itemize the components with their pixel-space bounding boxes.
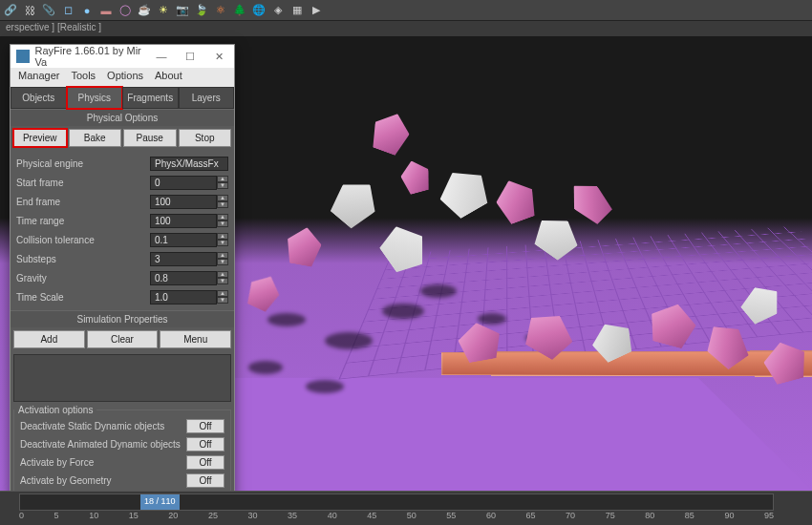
activation-options-group: Activation options Deactivate Static Dyn… [13, 405, 231, 494]
spinner[interactable]: ▲▼ [217, 195, 228, 208]
tab-physics[interactable]: Physics [67, 87, 123, 109]
bake-button[interactable]: Bake [69, 129, 122, 147]
param-input[interactable] [150, 176, 217, 190]
sim-action-row: Preview Bake Pause Stop [11, 126, 234, 150]
tool-teapot-icon[interactable]: ☕ [136, 2, 153, 19]
clear-button[interactable]: Clear [87, 330, 159, 348]
physical-options-header: Physical Options [11, 109, 234, 126]
menu-options[interactable]: Options [107, 70, 143, 85]
timeline-track[interactable]: 18 / 110 [19, 494, 774, 511]
tab-objects[interactable]: Objects [11, 87, 67, 109]
spinner[interactable]: ▲▼ [217, 214, 228, 227]
menu-about[interactable]: About [155, 70, 182, 85]
tool-sphere-icon[interactable]: ● [78, 2, 96, 19]
tick: 85 [685, 511, 694, 520]
tool-cube-icon[interactable]: ◻ [59, 2, 76, 19]
rayfire-title-text: RayFire 1.66.01 by Mir Va [35, 45, 153, 68]
tool-light-icon[interactable]: ☀ [155, 2, 172, 19]
param-input[interactable] [150, 271, 217, 285]
spinner[interactable]: ▲▼ [217, 176, 228, 189]
tick: 90 [724, 511, 734, 520]
tool-snap-icon[interactable]: ◈ [269, 2, 287, 19]
stop-button[interactable]: Stop [179, 129, 232, 147]
menu-manager[interactable]: Manager [18, 70, 59, 85]
tool-unlink-icon[interactable]: ⛓ [21, 2, 38, 19]
tool-atom-icon[interactable]: ⚛ [212, 2, 229, 19]
timeline: 18 / 110 0510152025303540455055606570758… [0, 491, 812, 525]
fragment [325, 171, 387, 233]
sim-props-list[interactable] [13, 354, 231, 402]
tool-link-icon[interactable]: 🔗 [2, 2, 19, 19]
fragment [491, 174, 542, 226]
fragment-shadow [248, 361, 283, 374]
tool-tree-icon[interactable]: 🌲 [231, 2, 248, 19]
rayfire-tabs: Objects Physics Fragments Layers [11, 87, 234, 109]
param-input[interactable] [150, 214, 217, 228]
param-label: Start frame [16, 178, 150, 188]
param-label: Gravity [16, 273, 150, 284]
tick: 15 [129, 511, 139, 520]
tool-globe-icon[interactable]: 🌐 [250, 2, 267, 19]
menu-button[interactable]: Menu [160, 330, 231, 348]
minimize-button[interactable]: — [152, 51, 171, 63]
beam-object [441, 350, 812, 377]
activation-toggle[interactable]: Off [186, 473, 224, 488]
close-button[interactable]: ✕ [209, 51, 228, 63]
activation-label: Activate by Geometry [20, 475, 186, 486]
main-toolbar: 🔗 ⛓ 📎 ◻ ● ▬ ◯ ☕ ☀ 📷 🍃 ⚛ 🌲 🌐 ◈ ▦ ▶ [0, 0, 812, 21]
rayfire-panel: RayFire 1.66.01 by Mir Va — ☐ ✕ Manager … [10, 44, 235, 498]
param-label: Substeps [16, 254, 150, 264]
tab-fragments[interactable]: Fragments [122, 87, 179, 109]
rayfire-titlebar[interactable]: RayFire 1.66.01 by Mir Va — ☐ ✕ [11, 45, 234, 68]
param-label: Time range [16, 216, 150, 226]
tick: 20 [168, 511, 178, 520]
param-input[interactable] [150, 290, 217, 304]
tool-leaf-icon[interactable]: 🍃 [193, 2, 210, 19]
tool-torus-icon[interactable]: ◯ [117, 2, 134, 19]
fragment [432, 161, 495, 223]
tick: 30 [247, 511, 257, 520]
tick: 65 [526, 511, 536, 520]
tick: 50 [407, 511, 417, 520]
tool-bind-icon[interactable]: 📎 [40, 2, 57, 19]
timeline-cursor[interactable]: 18 / 110 [140, 494, 180, 510]
preview-button[interactable]: Preview [13, 129, 67, 147]
menu-tools[interactable]: Tools [71, 70, 96, 85]
fragment [243, 270, 285, 314]
tab-layers[interactable]: Layers [179, 87, 235, 109]
tool-grid-icon[interactable]: ▦ [288, 2, 306, 19]
tick: 10 [89, 511, 98, 520]
param-input[interactable] [150, 195, 217, 209]
activation-toggle[interactable]: Off [186, 437, 224, 452]
fragment-shadow [325, 332, 373, 349]
tick: 35 [288, 511, 297, 520]
activation-toggle[interactable]: Off [186, 419, 224, 433]
fragment-shadow [420, 284, 457, 298]
tool-render-icon[interactable]: ▶ [308, 2, 325, 19]
spinner[interactable]: ▲▼ [217, 233, 228, 246]
spinner[interactable]: ▲▼ [217, 271, 228, 284]
physical-options-form: Physical engine PhysX/MassFx Start frame… [11, 150, 234, 310]
tool-camera-icon[interactable]: 📷 [174, 2, 191, 19]
tick: 5 [54, 511, 59, 520]
param-input[interactable] [150, 233, 217, 247]
timeline-ruler: 05101520253035404550556065707580859095 [0, 511, 812, 520]
engine-select[interactable]: PhysX/MassFx [150, 157, 228, 171]
add-button[interactable]: Add [13, 330, 85, 348]
tick: 0 [19, 511, 24, 520]
activation-toggle[interactable]: Off [186, 455, 224, 470]
tick: 40 [328, 511, 337, 520]
spinner[interactable]: ▲▼ [217, 290, 228, 304]
fragment [563, 175, 617, 229]
pause-button[interactable]: Pause [123, 129, 177, 147]
tick: 25 [208, 511, 218, 520]
tool-cylinder-icon[interactable]: ▬ [97, 2, 115, 19]
spinner[interactable]: ▲▼ [217, 252, 228, 265]
maximize-button[interactable]: ☐ [181, 51, 200, 63]
param-input[interactable] [150, 252, 217, 266]
tick: 95 [764, 511, 774, 520]
activation-label: Deactivate Animated Dynamic objects [20, 439, 186, 450]
fragment [367, 108, 415, 158]
tick: 75 [606, 511, 615, 520]
fragment-shadow [306, 380, 344, 393]
